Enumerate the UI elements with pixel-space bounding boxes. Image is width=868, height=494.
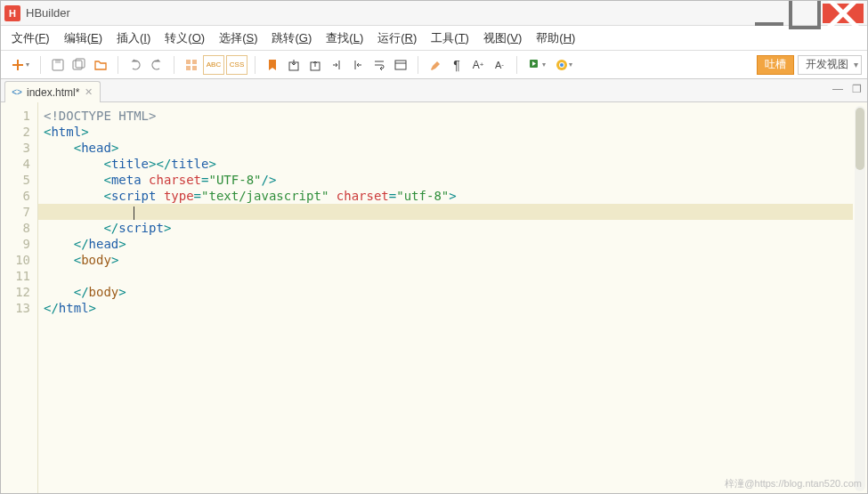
- svg-rect-16: [395, 61, 406, 69]
- menu-select[interactable]: 选择(S): [214, 28, 263, 48]
- menu-escape[interactable]: 转义(O): [159, 28, 210, 48]
- watermark: 梓潼@https://blog.ntan520.com: [725, 477, 862, 490]
- tab-controls: — ❐: [832, 83, 862, 95]
- menu-file[interactable]: 文件(F): [6, 28, 55, 48]
- svg-rect-10: [186, 60, 191, 64]
- menu-help[interactable]: 帮助(H): [531, 28, 580, 48]
- menu-find[interactable]: 查找(L): [320, 28, 369, 48]
- tab-close-icon[interactable]: ✕: [85, 86, 93, 98]
- menubar: 文件(F) 编辑(E) 插入(I) 转义(O) 选择(S) 跳转(G) 查找(L…: [1, 26, 867, 51]
- svg-rect-7: [55, 60, 61, 63]
- code-editor[interactable]: 12345678910111213 <!DOCTYPE HTML> <html>…: [1, 102, 867, 494]
- editor-restore-icon[interactable]: ❐: [852, 83, 862, 95]
- redo-icon[interactable]: [147, 55, 166, 75]
- step-out-icon[interactable]: [327, 55, 346, 75]
- titlebar: H HBuilder: [1, 1, 867, 26]
- svg-rect-13: [192, 66, 197, 70]
- step-in-icon[interactable]: [348, 55, 368, 75]
- svg-rect-12: [186, 66, 191, 70]
- html-file-icon: <>: [11, 86, 23, 99]
- export-icon[interactable]: [284, 55, 304, 75]
- svg-point-22: [560, 63, 564, 67]
- panel-icon[interactable]: [391, 55, 410, 75]
- font-decrease-icon[interactable]: A-: [490, 55, 509, 75]
- import-icon[interactable]: [305, 55, 325, 75]
- window-title: HBuilder: [26, 6, 751, 20]
- code-area[interactable]: <!DOCTYPE HTML> <html> <head> <title></t…: [38, 102, 867, 494]
- bookmark-icon[interactable]: [263, 55, 282, 75]
- browser-dropdown[interactable]: ▾: [551, 55, 576, 75]
- text-cursor: [134, 207, 134, 220]
- grid-icon[interactable]: [182, 55, 201, 75]
- menu-insert[interactable]: 插入(I): [111, 28, 156, 48]
- toolbar: ▾ ABC CSS ¶ A+ A- ▾ ▾ 吐槽 开发视图: [1, 51, 867, 79]
- editor-minimize-icon[interactable]: —: [832, 83, 843, 95]
- save-all-icon[interactable]: [69, 55, 89, 75]
- menu-run[interactable]: 运行(R): [372, 28, 422, 48]
- svg-rect-1: [791, 0, 819, 28]
- new-dropdown[interactable]: ▾: [6, 55, 33, 75]
- feedback-button[interactable]: 吐槽: [757, 55, 794, 75]
- wrap-icon[interactable]: [369, 55, 389, 75]
- tab-index-html[interactable]: <> index.html* ✕: [4, 81, 101, 102]
- run-dropdown[interactable]: ▾: [524, 55, 549, 75]
- maximize-button[interactable]: [787, 4, 823, 23]
- menu-tools[interactable]: 工具(T): [426, 28, 475, 48]
- close-button[interactable]: [823, 4, 864, 23]
- view-mode-dropdown[interactable]: 开发视图: [798, 55, 862, 75]
- menu-edit[interactable]: 编辑(E): [59, 28, 108, 48]
- highlight-icon[interactable]: [426, 55, 445, 75]
- pilcrow-icon[interactable]: ¶: [447, 55, 466, 75]
- menu-goto[interactable]: 跳转(G): [266, 28, 317, 48]
- menu-view[interactable]: 视图(V): [478, 28, 527, 48]
- tag-abc-icon[interactable]: ABC: [203, 55, 224, 75]
- svg-rect-11: [192, 60, 197, 64]
- save-icon[interactable]: [48, 55, 68, 75]
- tab-label: index.html*: [27, 86, 79, 99]
- line-gutter: 12345678910111213: [1, 102, 38, 494]
- app-logo: H: [4, 5, 20, 21]
- minimize-button[interactable]: [751, 4, 787, 23]
- font-increase-icon[interactable]: A+: [468, 55, 488, 75]
- tabstrip: <> index.html* ✕ — ❐: [1, 79, 867, 102]
- tag-css-icon[interactable]: CSS: [226, 55, 247, 75]
- undo-icon[interactable]: [126, 55, 145, 75]
- folder-icon[interactable]: [91, 55, 110, 75]
